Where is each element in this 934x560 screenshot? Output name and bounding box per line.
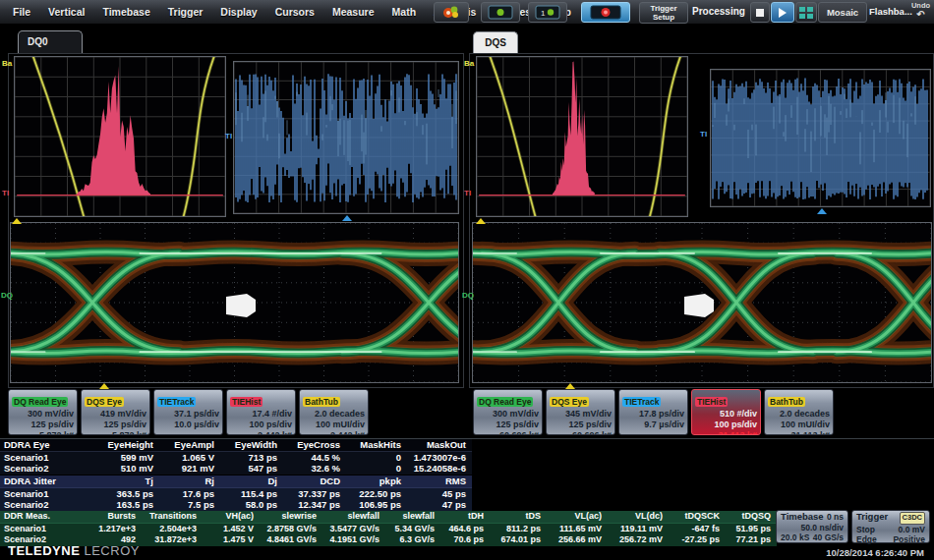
- trace-descriptor-box[interactable]: DQS Eye 419 mV/div 125 ps/div 5.872 k#: [81, 389, 150, 435]
- table-cell: 12.347 ps: [283, 499, 346, 511]
- table-cell: 47 ps: [407, 499, 472, 511]
- descriptor-line2: 125 ps/div: [85, 420, 146, 430]
- table-cell: 1.475 V: [203, 534, 260, 546]
- menu-item[interactable]: Timebase: [93, 6, 158, 18]
- descriptor-line1: 17.4 #/div: [230, 409, 292, 420]
- table-cell: 1.452 V: [203, 524, 260, 535]
- table-cell: 1.217e+3: [90, 524, 142, 535]
- trigger-source-badge: C3DC: [900, 512, 925, 525]
- descriptor-line3: 2.442 k#: [230, 430, 292, 435]
- brand-lecroy: LECROY: [84, 543, 139, 558]
- descriptor-line3: 60.696 k#: [550, 430, 612, 435]
- trace-descriptor-box[interactable]: BathTub 2.0 decades 100 mUI/div 31.113 k…: [764, 389, 834, 435]
- menu-item[interactable]: Trigger: [159, 6, 212, 18]
- table-cell: 464.6 ps: [440, 524, 490, 535]
- play-icon: [779, 8, 787, 18]
- table-cell: 106.95 ps: [346, 499, 407, 511]
- menu-item[interactable]: Vertical: [39, 6, 93, 18]
- trace-descriptor-box[interactable]: DQ Read Eye 300 mV/div 125 ps/div 5.872 …: [8, 389, 78, 435]
- column-header: EyeAmpl: [159, 439, 220, 451]
- tab-dq0[interactable]: DQ0: [18, 30, 83, 53]
- tie-track-panel-right[interactable]: [710, 69, 931, 207]
- column-header: tDQSCK: [669, 511, 726, 523]
- mosaic-button[interactable]: Mosaic: [818, 2, 867, 23]
- descriptor-line3: 31.113 k#: [768, 430, 830, 435]
- ddra-jitter-table: DDRA JitterTjRjDjDCDpkpkRMSScenario1363.…: [0, 476, 472, 511]
- descriptor-line2: 9.7 µs/div: [622, 420, 684, 430]
- timebase-box[interactable]: Timebase0 ns 50.0 ns/div 20.0 kS40 GS/s: [776, 510, 848, 543]
- table-header-row: DDR Meas.BurstsTransitionsVH(ac)slewrise…: [0, 511, 777, 524]
- trace-label-chip: DQS Eye: [550, 397, 589, 407]
- trace-descriptor-box[interactable]: BathTub 2.0 decades 100 mUI/div 2.442 k#: [299, 389, 369, 435]
- table-cell: 111.65 mV: [547, 524, 608, 535]
- mosaic-grid-icon: [799, 7, 813, 19]
- play-button[interactable]: [771, 2, 794, 23]
- trace-descriptor-box[interactable]: TIEHist 17.4 #/div 100 ps/div 2.442 k#: [226, 389, 296, 435]
- mask-polygon: [684, 294, 714, 317]
- table-cell: 37.337 ps: [283, 488, 346, 500]
- trigger-box[interactable]: TriggerC3DC Stop0.0 mV EdgePositive: [851, 510, 930, 543]
- trace-descriptor-box[interactable]: DQ Read Eye 300 mV/div 125 ps/div 60.696…: [473, 389, 543, 435]
- column-header: VL(ac): [547, 511, 608, 523]
- flashback-label[interactable]: Flashba...: [869, 2, 912, 21]
- table-cell: 31.872e+3: [142, 534, 203, 546]
- tie-track-panel-left[interactable]: [233, 61, 459, 214]
- table-cell: 7.5 ps: [159, 499, 220, 511]
- menu-item[interactable]: Math: [383, 6, 426, 18]
- descriptor-line3: 5.872 k#: [85, 430, 146, 435]
- menu-item[interactable]: File: [4, 6, 39, 18]
- column-header: Tj: [98, 476, 159, 487]
- table-cell: 1.065 V: [159, 452, 220, 464]
- undo-button[interactable]: Undo ↶: [909, 1, 932, 19]
- record-mode-button[interactable]: [581, 2, 630, 23]
- tab-dqs[interactable]: DQS: [473, 31, 518, 53]
- eye-diagram-panel-right[interactable]: [472, 222, 932, 383]
- bathtub-histogram-panel-left[interactable]: [14, 56, 226, 217]
- eye-channel-label: DQ: [462, 291, 474, 300]
- column-header: MaskOut: [407, 439, 472, 451]
- descriptor-line3: 31.113 k#: [695, 430, 757, 435]
- menu-item[interactable]: Measure: [323, 6, 383, 18]
- menu-item[interactable]: Cursors: [266, 6, 323, 18]
- row-label: Scenario2: [0, 463, 98, 475]
- descriptor-line2: 100 ps/div: [695, 420, 757, 430]
- descriptor-line1: 510 #/div: [695, 409, 757, 420]
- brand-teledyne: TELEDYNE: [8, 543, 80, 558]
- tiehist-channel-label: TI: [2, 189, 9, 197]
- trace-descriptor-box[interactable]: DQS Eye 345 mV/div 125 ps/div 60.696 k#: [546, 389, 615, 435]
- stop-button[interactable]: [750, 2, 770, 23]
- trace-descriptor-box[interactable]: TIETrack 17.8 ps/div 9.7 µs/div: [618, 389, 688, 435]
- trace-descriptor-box[interactable]: TIEHist 510 #/div 100 ps/div 31.113 k#: [691, 389, 761, 435]
- timebase-title: Timebase: [781, 512, 824, 523]
- column-header: EyeCross: [283, 439, 346, 451]
- trigger-setup-button[interactable]: Trigger Setup: [639, 2, 688, 24]
- menu-item[interactable]: Display: [211, 6, 265, 18]
- timebase-scale: 50.0 ns/div: [801, 523, 844, 533]
- eye-channel-label: DQ: [1, 291, 13, 300]
- trigger-title: Trigger: [856, 512, 888, 525]
- scope-screen-icon: [486, 5, 515, 20]
- table-cell: 17.6 ps: [159, 488, 220, 500]
- table-cell: 44.5 %: [283, 452, 346, 464]
- descriptor-line2: 10.0 µs/div: [157, 420, 219, 430]
- display-scope-icon[interactable]: [481, 2, 520, 23]
- eye-diagram-panel-left[interactable]: [10, 222, 459, 383]
- column-header: slewfall: [322, 511, 385, 523]
- column-header: Bursts: [90, 511, 142, 523]
- single-channel-icon[interactable]: 1: [528, 2, 567, 23]
- processing-label[interactable]: Processing: [692, 2, 745, 21]
- table-cell: 3.5477 GV/s: [322, 524, 385, 535]
- mosaic-grid-button[interactable]: [795, 2, 817, 23]
- trigger-slope: Positive: [893, 534, 925, 545]
- column-header: tDH: [440, 511, 490, 523]
- column-header: tDQSQ: [726, 511, 777, 523]
- table-cell: 6.3 GV/s: [385, 534, 440, 546]
- setup-gear-icon[interactable]: [434, 2, 469, 23]
- trace-descriptor-box[interactable]: TIETrack 37.1 ps/div 10.0 µs/div: [153, 389, 223, 435]
- descriptor-row-right: DQ Read Eye 300 mV/div 125 ps/div 60.696…: [473, 389, 834, 435]
- bathtub-histogram-panel-right[interactable]: [476, 56, 688, 217]
- table-cell: 163.5 ps: [98, 499, 159, 511]
- table-title: DDRA Jitter: [0, 476, 98, 487]
- trigger-marker-icon: [342, 215, 352, 221]
- trigger-marker-icon: [12, 218, 22, 224]
